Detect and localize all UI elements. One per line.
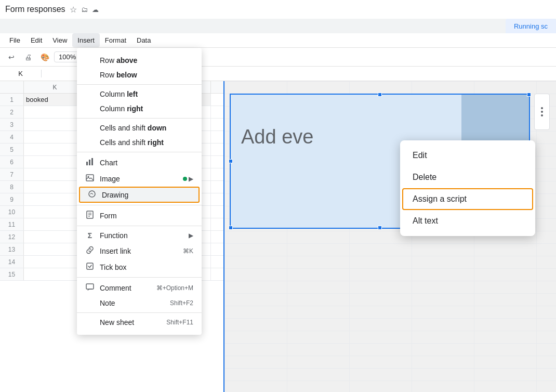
insert-column-right[interactable]: Column right [77,101,202,116]
insert-row-above[interactable]: Row above [77,53,202,68]
note-shortcut: Shift+F2 [170,299,193,307]
svg-rect-1 [89,160,90,165]
link-icon [85,246,95,256]
image-label: Image [100,175,183,183]
svg-rect-2 [91,158,93,165]
svg-rect-10 [87,263,93,269]
drawing-label: Drawing [102,191,191,199]
handle-top-right[interactable] [527,93,531,97]
col-right-label: Column right [100,104,193,113]
row-number: 14 [0,256,24,268]
insert-dropdown-menu: Row above Row below Column left Column r… [77,48,202,335]
menu-data[interactable]: Data [131,33,156,47]
cells-right-label: Cells and shift right [100,138,193,147]
row-above-label: Row above [100,56,193,64]
function-arrow: ▶ [189,232,193,239]
drawing-icon [87,190,97,200]
menu-view[interactable]: View [47,33,72,47]
paint-button[interactable]: 🎨 [37,50,52,64]
svg-rect-3 [86,175,94,181]
cell-reference[interactable]: K [0,70,42,77]
insert-column-left[interactable]: Column left [77,87,202,101]
title-bar: Form responses ☆ 🗂 ☁ [0,0,556,19]
function-label: Function [100,231,183,240]
row-number: 5 [0,143,24,155]
insert-cells-down[interactable]: Cells and shift down [77,121,202,135]
menu-format[interactable]: Format [100,33,131,47]
context-assign-script[interactable]: Assign a script [402,188,533,210]
image-dot-indicator [183,177,187,181]
insert-menu-section-cells: Cells and shift down Cells and shift rig… [77,119,202,152]
row-number: 2 [0,106,24,118]
insert-menu-section-notes: Comment ⌘+Option+M Note Shift+F2 [77,278,202,313]
svg-point-5 [89,191,95,197]
new-sheet-shortcut: Shift+F11 [166,319,193,326]
drawing-text: Add eve [241,126,313,148]
image-icon [85,174,95,184]
insert-menu-section-tools: Σ Function ▶ Insert link ⌘K Tick box [77,226,202,278]
undo-button[interactable]: ↩ [4,50,19,64]
row-number: 13 [0,243,24,255]
row-number: 3 [0,119,24,130]
dot2 [541,111,543,113]
new-sheet-label: New sheet [100,318,161,326]
drawing-overlay: Add eve [223,81,556,392]
menu-file[interactable]: File [4,33,25,47]
handle-mid-left[interactable] [229,159,233,163]
chart-icon [85,158,95,167]
star-icon[interactable]: ☆ [70,5,77,15]
form-label: Form [100,212,193,220]
running-script-tab[interactable]: Running sc [506,19,556,33]
insert-link[interactable]: Insert link ⌘K [77,243,202,259]
form-icon [85,211,95,220]
row-number: 6 [0,156,24,168]
insert-form[interactable]: Form [77,207,202,224]
context-alt-text[interactable]: Alt text [400,210,535,232]
corner-cell [0,81,24,93]
menu-insert[interactable]: Insert [72,33,100,47]
insert-comment[interactable]: Comment ⌘+Option+M [77,280,202,296]
handle-top-center[interactable] [378,93,382,97]
insert-note[interactable]: Note Shift+F2 [77,296,202,310]
context-menu: Edit Delete Assign a script Alt text [400,140,535,236]
cells-down-label: Cells and shift down [100,124,193,132]
row-below-label: Row below [100,71,193,79]
row-number: 15 [0,268,24,280]
context-edit[interactable]: Edit [400,145,535,166]
handle-bot-left[interactable] [229,226,233,230]
row-number: 7 [0,168,24,180]
row-number: 12 [0,231,24,243]
row-number: 11 [0,218,24,230]
comment-icon [85,283,95,293]
insert-menu-section-columns: Column left Column right [77,85,202,119]
menu-bar: File Edit View Insert Format Data [0,33,556,48]
dot3 [541,114,543,116]
menu-edit[interactable]: Edit [25,33,47,47]
row-number: 1 [0,94,24,106]
insert-tickbox[interactable]: Tick box [77,259,202,275]
handle-bot-center[interactable] [378,226,382,230]
three-dot-menu-button[interactable] [534,94,550,130]
context-delete[interactable]: Delete [400,166,535,188]
insert-new-sheet[interactable]: New sheet Shift+F11 [77,315,202,330]
insert-image[interactable]: Image ▶ [77,171,202,187]
row-number: 10 [0,206,24,218]
insert-drawing[interactable]: Drawing [79,187,200,203]
print-button[interactable]: 🖨 [21,50,35,64]
tickbox-icon [85,262,95,272]
drawing-shape [461,95,529,141]
folder-icon[interactable]: 🗂 [81,6,88,14]
insert-menu-section-rows: Row above Row below [77,51,202,85]
insert-cells-right[interactable]: Cells and shift right [77,135,202,150]
insert-function[interactable]: Σ Function ▶ [77,228,202,243]
row-number: 8 [0,181,24,193]
comment-shortcut: ⌘+Option+M [156,284,193,292]
note-label: Note [100,299,165,307]
insert-menu-section-sheet: New sheet Shift+F11 [77,313,202,332]
comment-label: Comment [100,284,151,292]
dot1 [541,107,543,109]
insert-row-below[interactable]: Row below [77,68,202,82]
insert-chart[interactable]: Chart [77,154,202,171]
link-label: Insert link [100,247,178,255]
insert-menu-section-objects: Chart Image ▶ Drawing [77,152,202,205]
